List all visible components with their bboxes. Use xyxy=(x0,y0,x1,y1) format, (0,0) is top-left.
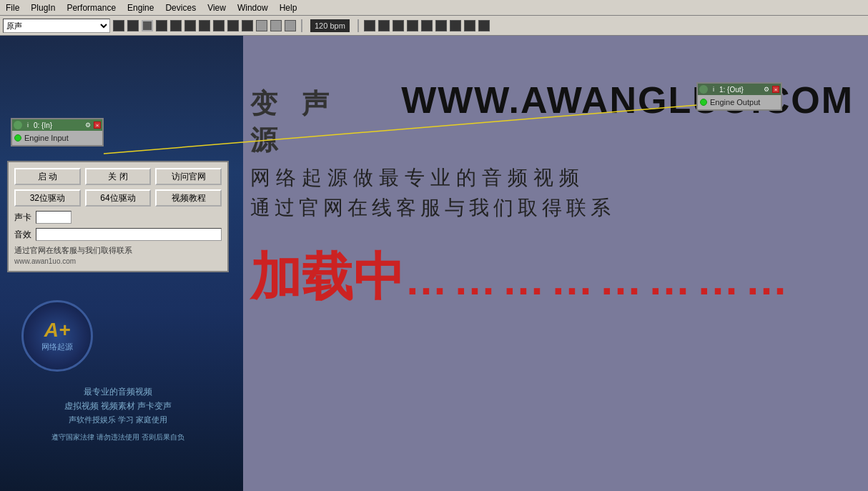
toolbar-btn-9[interactable] xyxy=(227,20,239,31)
panel-row-effect: 音效 xyxy=(14,228,222,241)
toolbar-btn-4[interactable] xyxy=(156,20,167,31)
preset-select[interactable]: 原声 xyxy=(3,19,110,33)
toolbar-btn-20[interactable] xyxy=(450,20,461,31)
logo-circle: A+ 网络起源 xyxy=(21,300,93,372)
toolbar-btn-22[interactable] xyxy=(478,20,490,31)
visit-button[interactable]: 访问官网 xyxy=(155,168,222,185)
engine-input-close[interactable]: × xyxy=(94,121,101,129)
menu-devices[interactable]: Devices xyxy=(159,1,202,14)
close-button[interactable]: 关 闭 xyxy=(85,168,152,185)
engine-input-title: 0: {In} xyxy=(34,121,82,129)
toolbar-divider xyxy=(301,19,302,32)
loading-text: 加载中…………………… xyxy=(250,243,794,312)
engine-input-led xyxy=(14,134,21,142)
menu-performance[interactable]: Performance xyxy=(61,1,122,14)
engine-output-module: i 1: {Out} ⚙ × Engine Output xyxy=(696,82,782,111)
panel-row-2: 32位驱动 64位驱动 视频教程 xyxy=(14,189,222,207)
menu-file[interactable]: File xyxy=(0,1,25,14)
loading-dots: …………………… xyxy=(405,256,794,304)
toolbar-btn-1[interactable] xyxy=(113,20,124,31)
engine-input-label: Engine Input xyxy=(14,133,100,143)
toolbar-btn-16[interactable] xyxy=(393,20,404,31)
toolbar-btn-6[interactable] xyxy=(184,20,196,31)
engine-output-info[interactable]: i xyxy=(709,85,718,94)
logo-subtitle: 网络起源 xyxy=(41,342,73,352)
toolbar-btn-17[interactable] xyxy=(407,20,418,31)
engine-output-label: Engine Output xyxy=(700,97,779,107)
toolbar-btn-15[interactable] xyxy=(378,20,390,31)
bg-text-line4: 遵守国家法律 请勿违法使用 否则后果自负 xyxy=(11,432,225,442)
toolbar-btn-5[interactable] xyxy=(170,20,182,31)
engine-output-icon xyxy=(699,85,708,94)
toolbar-btn-11[interactable] xyxy=(256,20,267,31)
engine-input-info[interactable]: i xyxy=(24,121,32,129)
desc-line1: 网络起源做最专业的音频视频 xyxy=(250,164,854,192)
bpm-display: 120 bpm xyxy=(310,19,350,32)
toolbar-btn-10[interactable] xyxy=(242,20,253,31)
toolbar-btn-19[interactable] xyxy=(435,20,447,31)
driver-32-button[interactable]: 32位驱动 xyxy=(14,189,81,207)
soundcard-label: 声卡 xyxy=(14,212,31,224)
toolbar-divider2 xyxy=(357,19,359,32)
website-small: www.awan1uo.com xyxy=(14,257,222,265)
engine-output-close[interactable]: × xyxy=(772,86,779,93)
toolbar-btn-21[interactable] xyxy=(464,20,475,31)
engine-input-body: Engine Input xyxy=(12,131,102,145)
toolbar-btn-8[interactable] xyxy=(213,20,225,31)
engine-input-settings[interactable]: ⚙ xyxy=(84,121,92,129)
menu-engine[interactable]: Engine xyxy=(122,1,159,14)
engine-output-title: 1: {Out} xyxy=(719,86,761,94)
menu-view[interactable]: View xyxy=(202,1,232,14)
panel-body: 启 动 关 闭 访问官网 32位驱动 64位驱动 视频教程 声卡 音效 通过官网… xyxy=(9,162,227,271)
toolbar-btn-18[interactable] xyxy=(421,20,433,31)
audio-effect-input[interactable] xyxy=(36,228,222,241)
bg-text-line3: 声软件授娱乐 学习 家庭使用 xyxy=(11,415,225,425)
engine-output-body: Engine Output xyxy=(698,95,781,109)
toolbar-btn-7[interactable] xyxy=(199,20,210,31)
toolbar-btn-12[interactable] xyxy=(270,20,282,31)
menu-plugin[interactable]: PlugIn xyxy=(25,1,61,14)
engine-output-titlebar: i 1: {Out} ⚙ × xyxy=(698,84,781,95)
toolbar-btn-13[interactable] xyxy=(285,20,296,31)
toolbar-btn-14[interactable] xyxy=(364,20,375,31)
start-button[interactable]: 启 动 xyxy=(14,168,81,185)
bg-text-line2: 虚拟视频 视频素材 声卡变声 xyxy=(11,400,225,412)
logo-a: A+ xyxy=(44,319,71,342)
engine-output-settings[interactable]: ⚙ xyxy=(762,85,771,94)
menu-help[interactable]: Help xyxy=(274,1,303,14)
engine-input-module: i 0: {In} ⚙ × Engine Input xyxy=(11,118,104,147)
panel-row-1: 启 动 关 闭 访问官网 xyxy=(14,168,222,185)
video-tutorial-button[interactable]: 视频教程 xyxy=(155,189,222,207)
contact-text: 通过官网在线客服与我们取得联系 xyxy=(14,245,222,256)
toolbar: 原声 120 bpm xyxy=(0,16,868,36)
title-biansheng: 变 声 源 xyxy=(250,86,387,159)
soundcard-input[interactable] xyxy=(36,211,71,224)
engine-input-icon xyxy=(14,121,22,129)
audio-effect-label: 音效 xyxy=(14,229,31,241)
toolbar-btn-3[interactable] xyxy=(142,20,153,31)
menu-window[interactable]: Window xyxy=(232,1,274,14)
content-overlay: 变 声 源 WWW.AWANGLUO.COM 网络起源做最专业的音频视频 通过官… xyxy=(236,64,868,491)
title-website: WWW.AWANGLUO.COM xyxy=(401,79,854,121)
desc-line2: 通过官网在线客服与我们取得联系 xyxy=(250,194,854,222)
panel-row-soundcard: 声卡 xyxy=(14,211,222,224)
menubar: File PlugIn Performance Engine Devices V… xyxy=(0,0,868,16)
bg-text-line1: 最专业的音频视频 xyxy=(11,386,225,398)
main-area: A+ 网络起源 最专业的音频视频 虚拟视频 视频素材 声卡变声 声软件授娱乐 学… xyxy=(0,36,868,491)
engine-output-led xyxy=(700,99,707,106)
engine-input-titlebar: i 0: {In} ⚙ × xyxy=(12,119,102,131)
driver-64-button[interactable]: 64位驱动 xyxy=(85,189,152,207)
toolbar-btn-2[interactable] xyxy=(127,20,139,31)
plugin-panel: 启 动 关 闭 访问官网 32位驱动 64位驱动 视频教程 声卡 音效 通过官网… xyxy=(7,161,229,272)
